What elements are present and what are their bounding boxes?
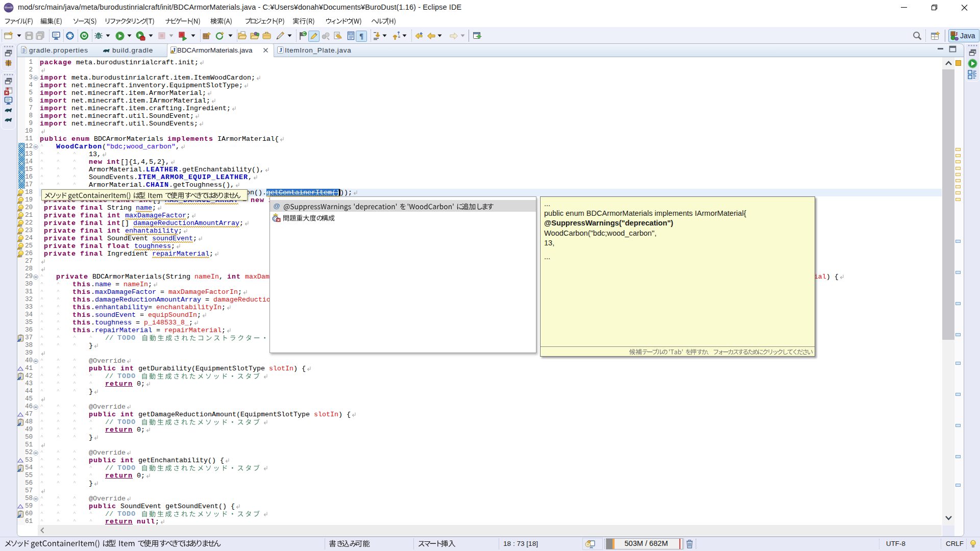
svg-text:¶: ¶ <box>359 32 363 40</box>
svg-text:@: @ <box>273 203 280 210</box>
svg-text:J: J <box>279 46 282 54</box>
svg-text:J: J <box>955 31 958 37</box>
